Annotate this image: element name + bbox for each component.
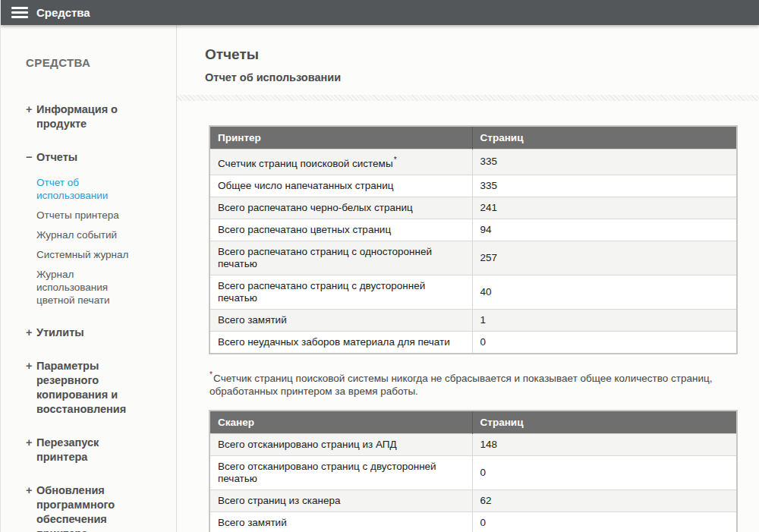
footnote-asterisk: * xyxy=(209,370,213,379)
expand-plus-icon: + xyxy=(26,326,36,340)
expand-plus-icon: + xyxy=(26,436,36,464)
row-label: Всего распечатано черно-белых страниц xyxy=(209,197,472,219)
table-header-row: Сканер Страниц xyxy=(209,411,737,434)
sidebar-group-reports: − Отчеты Отчет об использовании Отчеты п… xyxy=(26,150,168,307)
expand-plus-icon: + xyxy=(26,102,36,131)
report-body: Принтер Страниц Счетчик страниц поисково… xyxy=(177,101,759,532)
sidebar-sublist-reports: Отчет об использовании Отчеты принтера Ж… xyxy=(26,176,168,307)
row-label: Общее число напечатанных страниц xyxy=(209,175,472,197)
sidebar-group-firmware-updates: + Обновления программного обеспечения пр… xyxy=(26,483,168,532)
sidebar-item-label: Обновления программного обеспечения прин… xyxy=(36,483,152,532)
sidebar-item-label: Параметры резервного копирования и восст… xyxy=(36,359,152,417)
sidebar-item-backup-restore[interactable]: + Параметры резервного копирования и вос… xyxy=(26,359,168,417)
row-value: 40 xyxy=(472,275,737,309)
row-label: Всего замятий xyxy=(209,309,472,331)
main-layout: СРЕДСТВА + Информация о продукте − Отчет… xyxy=(1,25,759,532)
expand-plus-icon: + xyxy=(26,359,36,417)
sidebar-item-label: Утилиты xyxy=(36,326,84,340)
sidebar-item-usage-report[interactable]: Отчет об использовании xyxy=(36,176,136,202)
table-row: Всего распечатано страниц с односторонне… xyxy=(209,241,737,275)
sidebar: СРЕДСТВА + Информация о продукте − Отчет… xyxy=(1,25,177,532)
table-row: Всего распечатано страниц с двусторонней… xyxy=(209,275,737,309)
sidebar-group-restart-printer: + Перезапуск принтера xyxy=(26,436,168,464)
column-header-printer: Принтер xyxy=(209,126,472,150)
row-value: 335 xyxy=(472,150,737,175)
scanner-usage-table: Сканер Страниц Всего отсканировано стран… xyxy=(209,410,738,532)
page-header: Отчеты Отчет об использовании xyxy=(177,25,759,83)
table-row: Всего распечатано цветных страниц 94 xyxy=(209,219,737,241)
table-row: Всего замятий 1 xyxy=(209,309,737,331)
column-header-pages: Страниц xyxy=(472,126,737,150)
table-row: Всего отсканировано страниц с двусторонн… xyxy=(209,456,737,490)
row-value: 94 xyxy=(472,219,737,241)
row-label: Всего отсканировано страниц из АПД xyxy=(209,434,472,456)
sidebar-item-label: Перезапуск принтера xyxy=(36,436,152,464)
footnote-text: Счетчик страниц поисковой системы никогд… xyxy=(209,372,712,397)
page-title: Отчеты xyxy=(205,46,759,63)
collapse-minus-icon: − xyxy=(26,150,36,165)
row-label: Всего распечатано страниц с двусторонней… xyxy=(209,275,472,309)
table-row: Всего распечатано черно-белых страниц 24… xyxy=(209,197,737,219)
sidebar-item-color-usage-log[interactable]: Журнал использования цветной печати xyxy=(36,268,136,307)
row-value: 0 xyxy=(472,512,737,532)
column-header-pages: Страниц xyxy=(472,411,737,434)
top-bar: Средства xyxy=(1,0,759,25)
row-label: Всего распечатано цветных страниц xyxy=(209,219,472,241)
row-label: Всего распечатано страниц с односторонне… xyxy=(209,241,472,275)
row-value: 0 xyxy=(472,331,737,354)
sidebar-item-system-log[interactable]: Системный журнал xyxy=(36,248,136,261)
row-value: 335 xyxy=(472,175,737,197)
row-label: Счетчик страниц поисковой системы * xyxy=(209,150,472,175)
hamburger-menu-icon[interactable] xyxy=(11,7,28,18)
sidebar-group-backup-restore: + Параметры резервного копирования и вос… xyxy=(26,359,168,417)
sidebar-heading: СРЕДСТВА xyxy=(26,56,168,69)
page-subtitle: Отчет об использовании xyxy=(205,71,759,83)
footnote-asterisk: * xyxy=(394,156,397,164)
row-value: 257 xyxy=(472,241,737,275)
sidebar-item-event-log[interactable]: Журнал событий xyxy=(36,228,136,241)
hatched-divider xyxy=(177,95,759,101)
table-row: Всего отсканировано страниц из АПД 148 xyxy=(209,434,737,456)
sidebar-item-product-info[interactable]: + Информация о продукте xyxy=(26,102,168,131)
row-value: 1 xyxy=(472,309,737,331)
sidebar-item-label: Отчеты xyxy=(36,150,77,165)
expand-plus-icon: + xyxy=(26,483,36,532)
row-value: 241 xyxy=(472,197,737,219)
sidebar-item-label: Информация о продукте xyxy=(36,102,152,131)
row-label: Всего страниц из сканера xyxy=(209,490,472,512)
content-area: Отчеты Отчет об использовании Принтер Ст… xyxy=(177,25,759,532)
sidebar-item-restart-printer[interactable]: + Перезапуск принтера xyxy=(26,436,168,464)
table-row: Всего замятий 0 xyxy=(209,512,737,532)
printer-usage-table: Принтер Страниц Счетчик страниц поисково… xyxy=(209,125,738,354)
table-row: Счетчик страниц поисковой системы * 335 xyxy=(209,150,737,175)
sidebar-item-firmware-updates[interactable]: + Обновления программного обеспечения пр… xyxy=(26,483,168,532)
table-header-row: Принтер Страниц xyxy=(209,126,737,150)
sidebar-group-utilities: + Утилиты xyxy=(26,326,168,340)
table-row: Общее число напечатанных страниц 335 xyxy=(209,175,737,197)
row-value: 0 xyxy=(472,456,737,490)
row-label: Всего замятий xyxy=(209,512,472,532)
row-label-text: Счетчик страниц поисковой системы xyxy=(218,158,393,169)
column-header-scanner: Сканер xyxy=(209,411,472,434)
row-label: Всего отсканировано страниц с двусторонн… xyxy=(209,456,472,490)
table-row: Всего страниц из сканера 62 xyxy=(209,490,737,512)
table-row: Всего неудачных заборов материала для пе… xyxy=(209,331,737,354)
row-value: 148 xyxy=(472,434,737,456)
sidebar-group-product-info: + Информация о продукте xyxy=(26,102,168,131)
sidebar-item-utilities[interactable]: + Утилиты xyxy=(26,326,168,340)
sidebar-item-printer-reports[interactable]: Отчеты принтера xyxy=(36,209,136,222)
table-footnote: * Счетчик страниц поисковой системы нико… xyxy=(209,368,758,399)
app-title: Средства xyxy=(36,6,90,19)
row-value: 62 xyxy=(472,490,737,512)
sidebar-item-reports[interactable]: − Отчеты xyxy=(26,150,168,165)
row-label: Всего неудачных заборов материала для пе… xyxy=(209,331,472,354)
sidebar-nav: + Информация о продукте − Отчеты Отчет о… xyxy=(26,102,168,532)
